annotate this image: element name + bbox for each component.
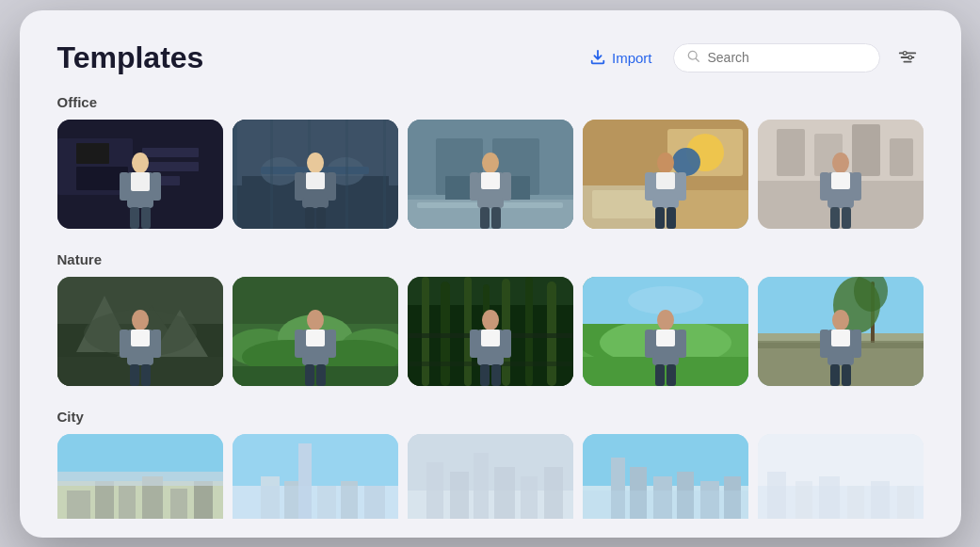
avatar-overlay: [815, 152, 866, 229]
svg-rect-124: [481, 330, 500, 346]
svg-rect-157: [842, 364, 851, 386]
svg-rect-35: [295, 172, 304, 201]
template-card[interactable]: [57, 120, 223, 229]
template-card[interactable]: [408, 277, 573, 386]
svg-rect-17: [120, 172, 129, 201]
svg-rect-34: [306, 172, 325, 189]
svg-rect-38: [316, 207, 326, 229]
filter-button[interactable]: [892, 41, 924, 73]
search-bar: [673, 43, 880, 72]
svg-rect-199: [847, 486, 864, 519]
svg-point-151: [832, 310, 849, 330]
svg-point-61: [657, 153, 674, 173]
svg-rect-37: [305, 207, 314, 229]
svg-rect-141: [677, 330, 686, 358]
svg-rect-109: [305, 364, 314, 386]
svg-rect-128: [491, 364, 501, 386]
template-card[interactable]: [583, 434, 748, 519]
svg-rect-107: [295, 330, 304, 358]
svg-rect-161: [95, 481, 114, 519]
svg-rect-155: [852, 330, 861, 358]
search-input[interactable]: [708, 50, 866, 65]
svg-rect-175: [233, 486, 398, 519]
svg-point-47: [482, 153, 499, 173]
svg-rect-20: [141, 207, 151, 229]
nature-label: Nature: [57, 251, 924, 267]
svg-rect-184: [408, 434, 573, 519]
svg-rect-49: [481, 172, 500, 189]
svg-rect-139: [656, 330, 675, 346]
template-card[interactable]: [233, 434, 398, 519]
svg-point-122: [482, 310, 499, 330]
svg-rect-77: [831, 172, 850, 189]
svg-rect-113: [422, 277, 429, 386]
svg-rect-108: [327, 330, 336, 358]
svg-rect-81: [842, 207, 851, 229]
svg-rect-78: [820, 172, 829, 201]
svg-rect-153: [831, 330, 850, 346]
svg-rect-140: [645, 330, 654, 358]
svg-point-137: [657, 310, 674, 330]
template-card[interactable]: [758, 434, 924, 519]
svg-rect-31: [383, 120, 386, 229]
avatar-overlay: [115, 152, 166, 229]
avatar-overlay: [290, 309, 341, 386]
filter-icon: [897, 47, 918, 68]
svg-rect-66: [655, 207, 665, 229]
svg-rect-64: [645, 172, 654, 201]
template-card[interactable]: [408, 434, 573, 519]
svg-rect-71: [777, 129, 805, 176]
svg-rect-160: [67, 491, 90, 519]
category-city: City: [57, 409, 924, 519]
svg-rect-156: [830, 364, 840, 386]
template-card[interactable]: [583, 120, 748, 229]
svg-rect-93: [152, 330, 161, 358]
template-card[interactable]: [408, 120, 573, 229]
svg-rect-95: [141, 364, 151, 386]
app-container: Templates Import: [20, 10, 961, 538]
svg-rect-65: [677, 172, 686, 201]
svg-rect-16: [131, 172, 150, 191]
svg-point-14: [132, 153, 149, 173]
svg-rect-92: [120, 330, 129, 358]
import-label: Import: [612, 50, 652, 66]
svg-rect-165: [194, 481, 213, 519]
svg-rect-27: [233, 120, 237, 229]
svg-rect-110: [316, 364, 326, 386]
template-card[interactable]: [57, 277, 223, 386]
svg-rect-118: [525, 277, 533, 386]
template-card[interactable]: [233, 120, 398, 229]
svg-rect-197: [795, 481, 812, 519]
category-nature: Nature: [57, 251, 924, 386]
template-card[interactable]: [57, 434, 223, 519]
svg-point-6: [908, 56, 911, 59]
svg-rect-94: [130, 364, 139, 386]
city-templates-row: [57, 434, 924, 519]
template-card[interactable]: [233, 277, 398, 386]
svg-rect-142: [655, 364, 665, 386]
avatar-overlay: [640, 309, 691, 386]
avatar-overlay: [465, 309, 516, 386]
template-card[interactable]: [583, 277, 748, 386]
svg-rect-193: [583, 491, 748, 519]
header: Templates Import: [57, 40, 924, 75]
template-card[interactable]: [758, 120, 924, 229]
avatar-overlay: [290, 152, 341, 229]
svg-rect-162: [119, 486, 136, 519]
svg-rect-126: [502, 330, 511, 358]
svg-rect-196: [767, 472, 786, 519]
avatar-overlay: [115, 309, 166, 386]
template-card[interactable]: [758, 277, 924, 386]
svg-rect-79: [852, 172, 861, 201]
svg-rect-51: [502, 172, 511, 201]
svg-rect-164: [170, 489, 187, 519]
import-button[interactable]: Import: [580, 43, 662, 72]
svg-rect-91: [131, 330, 150, 346]
office-templates-row: [57, 120, 924, 229]
svg-rect-63: [656, 172, 675, 189]
svg-rect-154: [820, 330, 829, 358]
category-office: Office: [57, 94, 924, 229]
import-icon: [589, 49, 606, 66]
svg-line-1: [696, 58, 699, 61]
avatar-overlay: [640, 152, 691, 229]
